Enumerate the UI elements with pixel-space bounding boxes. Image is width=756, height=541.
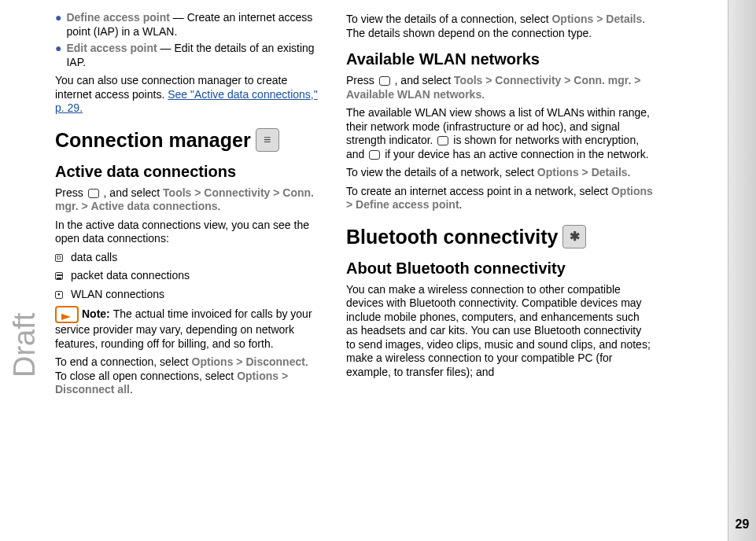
press-select-text: Press , and select Tools > Connectivity … <box>55 186 323 214</box>
define-ap-label: Define access point <box>66 11 170 24</box>
side-tab: Connections 29 <box>728 0 756 541</box>
draft-watermark: Draft <box>8 313 42 377</box>
bullet-list: ● Define access point — Create an intern… <box>55 11 323 69</box>
bullet-icon: ● <box>55 42 61 69</box>
bluetooth-icon: ✱ <box>562 225 586 248</box>
create-ap-text: To create an internet access point in a … <box>346 185 653 212</box>
packet-data-icon <box>55 272 63 280</box>
list-item: ● Edit access point — Edit the details o… <box>55 42 323 69</box>
right-column: To view the details of a connection, sel… <box>338 0 677 541</box>
end-connection-text: To end a connection, select Options > Di… <box>55 355 323 397</box>
data-call-icon <box>55 254 63 262</box>
available-wlan-heading: Available WLAN networks <box>346 50 653 69</box>
menu-key-icon <box>88 189 99 198</box>
connection-manager-heading: Connection manager ≡ <box>55 128 323 153</box>
wlan-icon <box>55 291 63 299</box>
edit-ap-label: Edit access point <box>66 42 157 54</box>
bluetooth-body: You can make a wireless connection to ot… <box>346 283 653 380</box>
intro-text: You can also use connection manager to c… <box>55 74 323 116</box>
list-item: ● Define access point — Create an intern… <box>55 11 323 39</box>
active-data-heading: Active data connections <box>55 162 323 182</box>
network-details-text: To view the details of a network, select… <box>346 166 653 180</box>
note-icon <box>55 306 79 323</box>
bullet-icon: ● <box>55 11 61 39</box>
list-item: WLAN connections <box>55 288 323 302</box>
encryption-icon <box>437 136 448 145</box>
list-item: packet data connections <box>55 269 323 283</box>
bluetooth-heading: Bluetooth connectivity ✱ <box>346 225 653 249</box>
note-text: Note: The actual time invoiced for calls… <box>55 306 323 351</box>
view-details-text: To view the details of a connection, sel… <box>346 13 653 40</box>
active-connection-icon <box>369 150 380 160</box>
page-number: 29 <box>728 517 756 532</box>
press-select-wlan-text: Press , and select Tools > Connectivity … <box>346 74 653 101</box>
menu-key-icon <box>379 76 390 86</box>
about-bluetooth-heading: About Bluetooth connectivity <box>346 259 653 278</box>
page: ● Define access point — Create an intern… <box>0 0 756 541</box>
connection-manager-icon: ≡ <box>256 128 279 152</box>
left-column: ● Define access point — Create an intern… <box>0 0 338 541</box>
view-text: In the active data connections view, you… <box>55 219 323 246</box>
list-item: data calls <box>55 251 323 265</box>
wlan-view-text: The available WLAN view shows a list of … <box>346 106 653 161</box>
